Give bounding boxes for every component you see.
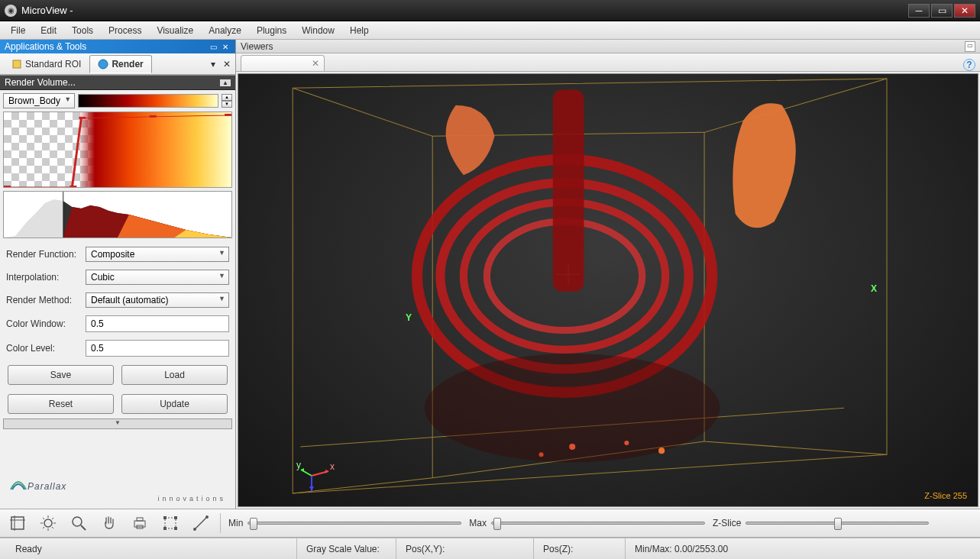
load-button[interactable]: Load bbox=[121, 365, 228, 385]
viewers-dock-icon[interactable]: ▭ bbox=[965, 41, 975, 52]
color-window-input[interactable]: 0.5 bbox=[86, 315, 229, 332]
menu-edit[interactable]: Edit bbox=[33, 23, 64, 38]
line-tool-icon[interactable] bbox=[189, 512, 212, 535]
colormap-up-icon[interactable]: ▲ bbox=[222, 94, 232, 101]
status-pos-z: Pos(Z): bbox=[533, 538, 625, 559]
colormap-down-icon[interactable]: ▼ bbox=[222, 101, 232, 108]
viewers-title: Viewers bbox=[241, 41, 273, 52]
tab-render[interactable]: Render bbox=[89, 55, 151, 73]
save-button[interactable]: Save bbox=[8, 365, 114, 385]
svg-rect-2 bbox=[4, 186, 11, 187]
svg-text:x: x bbox=[330, 461, 335, 472]
tab-close-icon[interactable]: ✕ bbox=[223, 59, 232, 69]
svg-rect-53 bbox=[165, 518, 176, 528]
crop-tool-icon[interactable] bbox=[6, 512, 29, 535]
svg-rect-57 bbox=[174, 527, 177, 530]
min-slider[interactable] bbox=[247, 522, 461, 525]
status-minmax: Min/Max: 0.00/2553.00 bbox=[625, 538, 974, 559]
opacity-transfer-editor[interactable] bbox=[3, 111, 232, 188]
viewers-header: Viewers ▭ bbox=[236, 40, 980, 53]
zoom-tool-icon[interactable] bbox=[67, 512, 90, 535]
menu-bar: File Edit Tools Process Visualize Analyz… bbox=[0, 21, 980, 40]
svg-line-58 bbox=[195, 517, 207, 529]
logo-text: Parallax bbox=[27, 481, 66, 492]
render-function-value: Composite bbox=[91, 249, 134, 260]
viewer-tab-label bbox=[252, 58, 306, 69]
zslice-slider-label: Z-Slice bbox=[713, 518, 741, 528]
svg-rect-56 bbox=[163, 527, 167, 530]
maximize-button[interactable]: ▭ bbox=[931, 4, 953, 18]
roi-icon bbox=[11, 59, 22, 69]
colormap-select[interactable]: Brown_Body bbox=[3, 93, 75, 108]
color-window-label: Color Window: bbox=[6, 318, 81, 329]
parallax-logo: Parallax innovations bbox=[0, 466, 235, 509]
orientation-widget[interactable]: x y bbox=[296, 453, 339, 496]
app-icon: ◉ bbox=[5, 5, 17, 17]
logo-subtext: innovations bbox=[9, 495, 226, 502]
toolbar-separator bbox=[220, 513, 221, 533]
svg-point-24 bbox=[569, 444, 575, 450]
zslice-slider-thumb[interactable] bbox=[834, 518, 842, 530]
svg-rect-12 bbox=[4, 192, 63, 237]
light-tool-icon[interactable] bbox=[37, 512, 60, 535]
render-function-label: Render Function: bbox=[6, 249, 81, 260]
render-function-select[interactable]: Composite bbox=[86, 247, 229, 262]
render-viewport[interactable]: X Y Z-Slice 255 x y bbox=[238, 73, 978, 507]
tab-standard-roi[interactable]: Standard ROI bbox=[3, 55, 89, 73]
svg-point-25 bbox=[624, 441, 629, 445]
color-window-value: 0.5 bbox=[91, 318, 104, 329]
volume-render-visual bbox=[238, 74, 978, 502]
menu-file[interactable]: File bbox=[3, 23, 33, 38]
transform-tool-icon[interactable] bbox=[159, 512, 182, 535]
menu-help[interactable]: Help bbox=[342, 23, 377, 38]
minimize-button[interactable]: ─ bbox=[908, 4, 930, 18]
min-slider-label: Min bbox=[228, 518, 243, 528]
menu-visualize[interactable]: Visualize bbox=[149, 23, 201, 38]
svg-point-60 bbox=[205, 515, 209, 519]
bottom-toolbar: Min Max Z-Slice bbox=[0, 509, 980, 538]
render-method-select[interactable]: Default (automatic) bbox=[86, 292, 229, 308]
render-volume-header: Render Volume... ▲ bbox=[0, 75, 235, 90]
viewer-tab[interactable]: ✕ bbox=[241, 55, 325, 71]
svg-rect-5 bbox=[150, 115, 157, 118]
help-icon[interactable]: ? bbox=[963, 59, 975, 71]
menu-plugins[interactable]: Plugins bbox=[249, 23, 294, 38]
scroll-down-icon[interactable]: ▼ bbox=[3, 418, 232, 429]
histogram-view[interactable] bbox=[3, 191, 232, 238]
colormap-preview bbox=[78, 94, 218, 108]
panel-dock-icon[interactable]: ▭ bbox=[208, 41, 218, 52]
menu-analyze[interactable]: Analyze bbox=[201, 23, 249, 38]
pan-tool-icon[interactable] bbox=[98, 512, 121, 535]
zslice-slider[interactable] bbox=[746, 522, 929, 525]
color-level-label: Color Level: bbox=[6, 343, 81, 354]
svg-rect-51 bbox=[137, 518, 143, 521]
panel-title: Applications & Tools bbox=[5, 41, 86, 52]
svg-point-26 bbox=[658, 448, 665, 454]
menu-process[interactable]: Process bbox=[101, 23, 149, 38]
status-gray-value: Gray Scale Value: bbox=[296, 538, 396, 559]
max-slider-thumb[interactable] bbox=[493, 518, 501, 530]
section-label: Render Volume... bbox=[5, 77, 76, 88]
min-slider-thumb[interactable] bbox=[250, 518, 257, 530]
color-level-input[interactable]: 0.5 bbox=[86, 340, 229, 357]
tab-dropdown-icon[interactable]: ▾ bbox=[211, 59, 220, 69]
scroll-up-icon[interactable]: ▲ bbox=[220, 79, 231, 86]
svg-rect-36 bbox=[11, 517, 24, 529]
zslice-overlay: Z-Slice 255 bbox=[924, 491, 967, 500]
status-pos-xy: Pos(X,Y): bbox=[396, 538, 533, 559]
render-icon bbox=[98, 59, 108, 69]
max-slider[interactable] bbox=[491, 522, 705, 525]
close-button[interactable]: ✕ bbox=[954, 4, 975, 18]
render-method-value: Default (automatic) bbox=[91, 295, 168, 305]
menu-window[interactable]: Window bbox=[294, 23, 342, 38]
viewer-tab-close-icon[interactable]: ✕ bbox=[312, 58, 319, 69]
menu-tools[interactable]: Tools bbox=[64, 23, 101, 38]
interpolation-select[interactable]: Cubic bbox=[86, 270, 229, 285]
reset-button[interactable]: Reset bbox=[8, 394, 114, 414]
window-titlebar: ◉ MicroView - ─ ▭ ✕ bbox=[0, 0, 980, 21]
update-button[interactable]: Update bbox=[121, 394, 228, 414]
panel-header: Applications & Tools ▭ ✕ bbox=[0, 40, 235, 53]
panel-close-icon[interactable]: ✕ bbox=[220, 41, 231, 52]
svg-marker-33 bbox=[309, 486, 314, 491]
print-tool-icon[interactable] bbox=[128, 512, 151, 535]
